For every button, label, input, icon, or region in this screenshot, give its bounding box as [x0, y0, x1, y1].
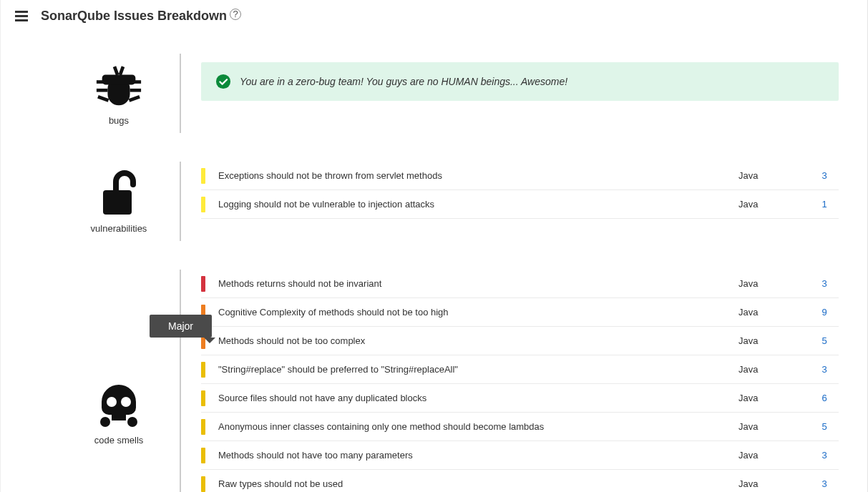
severity-bar[interactable]	[201, 476, 205, 492]
severity-bar[interactable]	[201, 168, 205, 184]
skull-icon	[94, 380, 144, 431]
category-label-codesmells: code smells	[94, 435, 144, 446]
unlock-icon	[97, 169, 140, 219]
category-vulnerabilities: vulnerabilities	[58, 162, 181, 241]
issue-row: Source files should not have any duplica…	[201, 384, 839, 413]
issue-language: Java	[738, 450, 810, 461]
issue-row: Anonymous inner classes containing only …	[201, 413, 839, 441]
svg-rect-2	[113, 66, 120, 75]
zero-bug-banner: You are in a zero-bug team! You guys are…	[201, 62, 839, 101]
svg-rect-4	[97, 80, 108, 84]
issue-count-link[interactable]: 3	[821, 364, 826, 375]
issue-count-link[interactable]: 5	[821, 421, 826, 432]
issue-language: Java	[738, 307, 810, 318]
issue-name: "String#replace" should be preferred to …	[218, 364, 738, 375]
bug-icon	[90, 61, 147, 111]
issue-count-link[interactable]: 3	[821, 278, 826, 289]
svg-point-10	[216, 74, 230, 89]
issue-count-link[interactable]: 9	[821, 307, 826, 318]
severity-bar[interactable]	[201, 362, 205, 378]
issue-name: Cognitive Complexity of methods should n…	[218, 307, 738, 318]
issue-count-link[interactable]: 1	[821, 199, 826, 210]
issue-name: Logging should not be vulnerable to inje…	[218, 199, 738, 210]
issue-language: Java	[738, 170, 810, 181]
svg-rect-11	[103, 190, 132, 215]
issue-count-link[interactable]: 3	[821, 170, 826, 181]
issue-name: Raw types should not be used	[218, 478, 738, 489]
issue-name: Exceptions should not be thrown from ser…	[218, 170, 738, 181]
issue-row: Exceptions should not be thrown from ser…	[201, 162, 839, 190]
issue-row: Methods returns should not be invariantJ…	[201, 270, 839, 298]
issue-language: Java	[738, 478, 810, 489]
issue-name: Methods should not be too complex	[218, 335, 738, 346]
issue-name: Methods returns should not be invariant	[218, 278, 738, 289]
category-codesmells: code smells	[58, 270, 181, 492]
issue-count-link[interactable]: 3	[821, 450, 826, 461]
svg-rect-9	[129, 95, 140, 102]
svg-point-13	[121, 397, 131, 407]
issue-row: Cognitive Complexity of methods should n…	[201, 298, 839, 327]
issue-name: Source files should not have any duplica…	[218, 393, 738, 403]
category-label-vulnerabilities: vulnerabilities	[91, 223, 147, 234]
issue-language: Java	[738, 278, 810, 289]
issue-name: Anonymous inner classes containing only …	[218, 421, 738, 432]
severity-bar[interactable]	[201, 390, 205, 406]
issue-name: Methods should not have too many paramet…	[218, 450, 738, 461]
svg-rect-8	[97, 95, 109, 102]
svg-rect-3	[119, 66, 125, 75]
svg-rect-7	[130, 89, 142, 92]
section-codesmells: code smells Methods returns should not b…	[58, 270, 839, 492]
issue-language: Java	[738, 421, 810, 432]
svg-point-14	[100, 417, 110, 427]
issue-count-link[interactable]: 6	[821, 393, 826, 403]
issue-language: Java	[738, 393, 810, 403]
issue-count-link[interactable]: 3	[821, 478, 826, 489]
menu-icon[interactable]	[15, 9, 28, 24]
issue-row: Methods should not have too many paramet…	[201, 441, 839, 470]
issue-row: "String#replace" should be preferred to …	[201, 355, 839, 384]
category-bugs: bugs	[58, 54, 181, 133]
issue-row: Raw types should not be usedJava3	[201, 470, 839, 492]
check-circle-icon	[215, 74, 231, 89]
banner-text: You are in a zero-bug team! You guys are…	[240, 76, 567, 87]
section-vulnerabilities: vulnerabilities Exceptions should not be…	[58, 162, 839, 241]
issue-language: Java	[738, 199, 810, 210]
issue-language: Java	[738, 335, 810, 346]
severity-bar[interactable]	[201, 448, 205, 463]
issue-count-link[interactable]: 5	[821, 335, 826, 346]
severity-bar[interactable]	[201, 276, 205, 292]
page-title: SonarQube Issues Breakdown	[41, 9, 227, 24]
issue-row: Logging should not be vulnerable to inje…	[201, 190, 839, 219]
severity-tooltip: Major	[150, 315, 212, 338]
category-label-bugs: bugs	[109, 115, 129, 126]
help-icon[interactable]: ?	[230, 9, 241, 20]
svg-point-12	[107, 397, 117, 407]
svg-rect-6	[97, 89, 108, 92]
severity-bar[interactable]	[201, 197, 205, 212]
severity-bar[interactable]	[201, 419, 205, 435]
svg-point-15	[127, 417, 137, 427]
issue-row: Methods should not be too complexJava5	[201, 327, 839, 355]
svg-rect-5	[130, 80, 142, 84]
issue-language: Java	[738, 364, 810, 375]
section-bugs: bugs You are in a zero-bug team! You guy…	[58, 54, 839, 133]
